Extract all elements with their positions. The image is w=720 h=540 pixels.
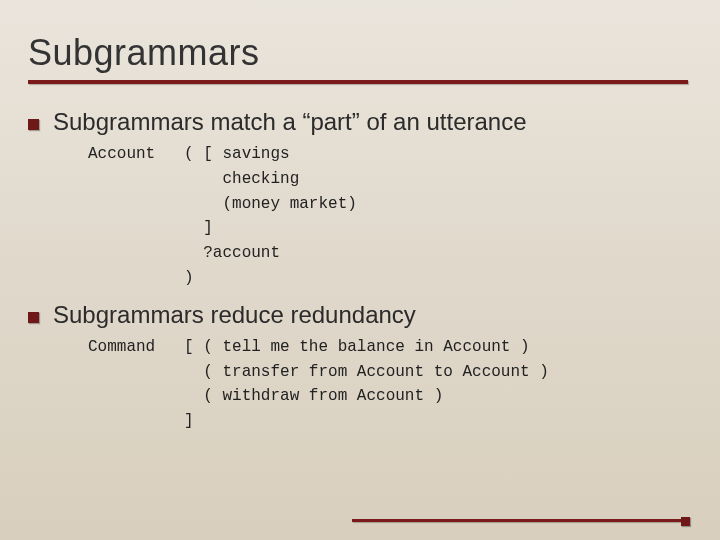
code-block: Account ( [ savings checking (money mark… [88,142,692,291]
bullet-item: Subgrammars reduce redundancy [28,301,692,329]
code-block: Command [ ( tell me the balance in Accou… [88,335,692,434]
bullet-item: Subgrammars match a “part” of an utteran… [28,108,692,136]
slide: Subgrammars Subgrammars match a “part” o… [0,0,720,540]
bullet-square-icon [28,312,39,323]
footer-square-icon [681,517,690,526]
slide-body: Subgrammars match a “part” of an utteran… [28,108,692,434]
bullet-square-icon [28,119,39,130]
bullet-text: Subgrammars reduce redundancy [53,301,416,329]
bullet-text: Subgrammars match a “part” of an utteran… [53,108,527,136]
footer-underline [352,519,682,522]
title-underline [28,80,688,84]
slide-title: Subgrammars [28,32,692,74]
